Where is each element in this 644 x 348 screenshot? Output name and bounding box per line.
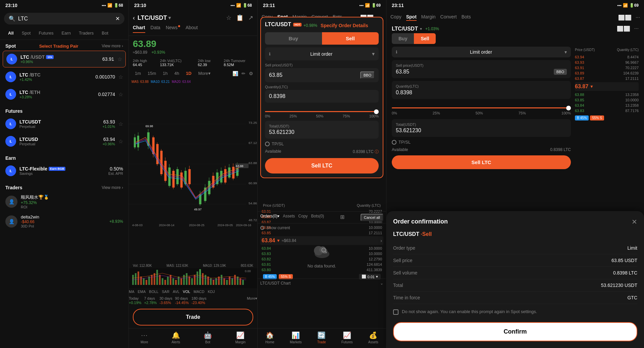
time-1d[interactable]: 1D [184, 70, 194, 77]
trader-2[interactable]: 👤 delta2win -$40.66 30D Pnl +8.93% [0, 212, 128, 231]
chart-collapse-icon[interactable]: ⌄ [380, 281, 383, 286]
share-icon[interactable]: ↗ [248, 14, 253, 21]
nav-more[interactable]: ⋯ More [141, 331, 148, 344]
p4-bbo-button[interactable]: BBO [554, 69, 567, 75]
perf-more[interactable]: More▾ [247, 296, 257, 305]
coin-item-ltc-eth[interactable]: Ł LTC/ETH +3.28% 0.02774 ☆ [0, 86, 128, 103]
ltc-eth-star[interactable]: ☆ [118, 91, 123, 98]
modal-close-button[interactable]: ✕ [632, 218, 637, 226]
search-input[interactable] [18, 16, 113, 22]
clear-icon[interactable]: ✕ [115, 15, 120, 22]
trader-1[interactable]: 👤 顺风顺水🏆🥇 +75.32% ROI [0, 192, 128, 212]
orders-settings-icon[interactable]: ⊞ [340, 214, 344, 221]
time-15m[interactable]: 15m [146, 70, 158, 77]
trade-button[interactable]: Trade [133, 309, 253, 326]
p4-pct-100[interactable]: 100% [561, 111, 571, 115]
search-bar[interactable]: 🔍 ✕ [4, 13, 124, 24]
p4-nav-margin[interactable]: Margin [421, 14, 436, 21]
time-4h[interactable]: 4h [172, 70, 181, 77]
do-not-show-checkbox[interactable] [393, 309, 398, 315]
chart-settings-icon[interactable]: 📋 [236, 14, 244, 21]
p3-nav-assets[interactable]: 💰 Assets [368, 331, 378, 344]
tab-all[interactable]: All [4, 29, 18, 38]
p4-nav-copy[interactable]: Copy [390, 14, 401, 21]
tpsl-label[interactable]: TP/SL [272, 141, 284, 146]
p4-buy-tab[interactable]: Buy [392, 33, 414, 44]
settings-icon[interactable]: ⚙ [249, 71, 253, 76]
p4-pct-50[interactable]: 50% [476, 111, 483, 115]
qty-value[interactable]: 0.8398 [269, 93, 375, 99]
tab-orders[interactable]: Orders(0)▾ [260, 214, 279, 221]
tab-assets[interactable]: Assets [283, 214, 295, 221]
back-button[interactable]: ‹ [133, 14, 135, 21]
tpsl-radio[interactable] [265, 142, 270, 146]
p4-chart-layout-icon[interactable]: ⬜⬜ [617, 26, 630, 32]
p4-more-options[interactable]: ··· [634, 26, 639, 32]
ind-ema[interactable]: EMA [138, 290, 146, 294]
ind-boll[interactable]: BOLL [149, 290, 158, 294]
time-more[interactable]: More▾ [196, 70, 213, 77]
p4-sell-button[interactable]: Sell LTC [392, 155, 571, 169]
futures-ltcusd[interactable]: Ł LTCUSD Perpetual 63.94 +0.96% ☆ [0, 133, 128, 150]
ltcusdt-star[interactable]: ☆ [118, 121, 123, 127]
earn-ltc-flex[interactable]: Ł LTC-Flexible Earn BGB Savings 0.50% Es… [0, 162, 128, 180]
ind-vol[interactable]: VOL [183, 290, 190, 294]
ind-macd[interactable]: MACD [194, 290, 204, 294]
nav-margin[interactable]: 📈 Margin [235, 331, 246, 344]
p4-more-icon[interactable]: ··· [636, 14, 640, 21]
pct-25[interactable]: 25% [289, 114, 297, 118]
tab-futures[interactable]: Futures [35, 29, 57, 38]
p4-pct-25[interactable]: 25% [433, 111, 440, 115]
buy-tab[interactable]: Buy [265, 32, 322, 45]
ind-avl[interactable]: AVL [173, 290, 179, 294]
p4-price-value[interactable]: 63.85 [396, 69, 554, 75]
time-1h[interactable]: 1h [161, 70, 169, 77]
coin-item-ltc-usdt[interactable]: Ł LTC/USDT 10x +0.96% 63.91 ☆ [3, 51, 126, 67]
view-more-spot[interactable]: View more › [102, 44, 123, 48]
tab-about[interactable]: About [185, 25, 198, 33]
p4-sell-tab[interactable]: Sell [414, 33, 436, 44]
p4-qty-slider[interactable] [392, 107, 571, 108]
p3-nav-home[interactable]: 🏠 Home [265, 331, 274, 344]
ltcusd-star[interactable]: ☆ [118, 138, 123, 145]
ind-ma[interactable]: MA [129, 290, 135, 294]
tab-news[interactable]: News [166, 25, 180, 33]
p4-order-dropdown[interactable]: ▾ [565, 49, 567, 55]
pct-100[interactable]: 100% [369, 114, 379, 118]
nav-alerts[interactable]: 🔔 Alerts [171, 331, 180, 344]
candle-icon[interactable]: 📊 [232, 71, 238, 76]
ind-kdj[interactable]: KDJ [208, 290, 215, 294]
p4-layout-icon[interactable]: ⬜⬜ [618, 14, 632, 21]
nav-bot[interactable]: 🤖 Bot [204, 331, 212, 344]
show-current-radio[interactable] [260, 226, 264, 230]
drawing-icon[interactable]: ✏ [241, 71, 246, 76]
tab-copy[interactable]: Copy [298, 214, 308, 221]
bbo-button[interactable]: BBO [360, 71, 375, 79]
p3-nav-markets[interactable]: 📊 Markets [290, 331, 302, 344]
ltc-usdt-star[interactable]: ☆ [117, 56, 122, 62]
coin-item-ltc-btc[interactable]: Ł LTC/BTC +1.42% 0.001070 ☆ [0, 68, 128, 86]
cancel-all-button[interactable]: Cancel all [361, 214, 383, 221]
order-type-dropdown[interactable]: ▾ [372, 51, 375, 57]
pct-75[interactable]: 75% [343, 114, 350, 118]
p4-qty-value[interactable]: 0.8398 [396, 90, 412, 95]
tab-chart[interactable]: Chart [133, 25, 145, 33]
p4-pair-dropdown[interactable]: ▾ [420, 27, 422, 31]
qty-slider[interactable] [265, 111, 379, 112]
time-1m[interactable]: 1m [133, 70, 143, 77]
futures-ltcusdt[interactable]: Ł LTCUSDT Perpetual 63.93 +1.01% ☆ [0, 115, 128, 133]
tab-traders[interactable]: Traders [75, 29, 98, 38]
tab-bot[interactable]: Bot [98, 29, 112, 38]
sell-ltc-button[interactable]: Sell LTC [265, 158, 379, 173]
tab-bots[interactable]: Bots(0) [311, 214, 324, 221]
p3-nav-futures[interactable]: 📈 Futures [341, 331, 353, 344]
tab-earn[interactable]: Earn [57, 29, 74, 38]
confirm-button[interactable]: Confirm [393, 322, 637, 341]
p4-limit-row[interactable]: ℹ Limit order ▾ [392, 47, 571, 57]
p4-nav-spot[interactable]: Spot [406, 14, 417, 21]
p4-tpsl-radio[interactable] [392, 140, 396, 145]
chart-link-label[interactable]: LTC/USDT Chart [260, 281, 290, 286]
ltc-btc-star[interactable]: ☆ [118, 74, 123, 80]
p4-nav-bots[interactable]: Bots [462, 14, 471, 21]
p4-nav-convert[interactable]: Convert [440, 14, 457, 21]
